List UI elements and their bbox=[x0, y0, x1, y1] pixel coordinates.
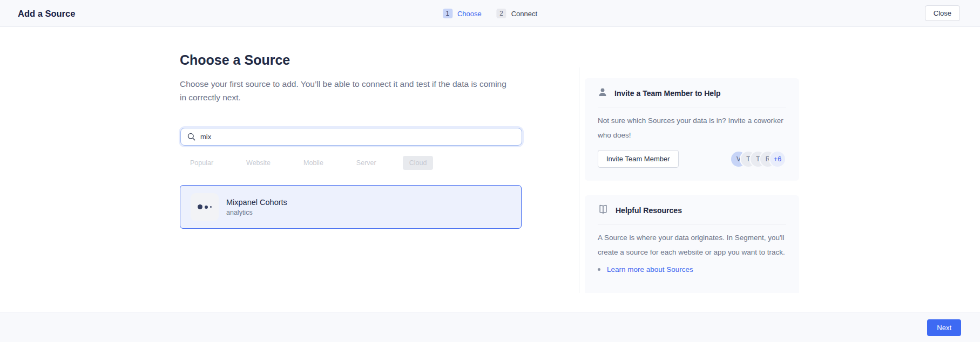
avatar-group: V T T R +6 bbox=[730, 151, 786, 168]
divider bbox=[598, 224, 786, 224]
bullet-icon bbox=[598, 268, 600, 271]
learn-more-sources-link[interactable]: Learn more about Sources bbox=[607, 265, 693, 273]
search-icon bbox=[187, 133, 195, 141]
invite-card-body: Not sure which Sources your data is in? … bbox=[598, 113, 786, 142]
page-title: Add a Source bbox=[18, 0, 75, 27]
close-button[interactable]: Close bbox=[925, 5, 960, 21]
tab-server[interactable]: Server bbox=[350, 156, 383, 170]
step-choose-badge: 1 bbox=[443, 9, 452, 18]
step-choose-label: Choose bbox=[457, 10, 482, 18]
category-tabs: Popular Website Mobile Server Cloud bbox=[184, 156, 433, 170]
stepper: 1 Choose 2 Connect bbox=[443, 0, 537, 27]
header: Add a Source 1 Choose 2 Connect Close bbox=[0, 0, 980, 27]
tab-mobile[interactable]: Mobile bbox=[297, 156, 330, 170]
avatar-overflow-count: +6 bbox=[769, 151, 786, 168]
helpful-resources-card: Helpful Resources A Source is where your… bbox=[585, 195, 799, 293]
search-box bbox=[180, 128, 522, 146]
step-choose[interactable]: 1 Choose bbox=[443, 9, 482, 18]
invite-actions: Invite Team Member V T T R +6 bbox=[585, 150, 799, 168]
footer: Next bbox=[0, 312, 980, 342]
logo-dot bbox=[198, 204, 202, 209]
resources-card-header: Helpful Resources bbox=[585, 195, 799, 216]
source-result-mixpanel-cohorts[interactable]: Mixpanel Cohorts analytics bbox=[180, 185, 522, 229]
person-icon bbox=[598, 87, 607, 99]
resources-link-row: Learn more about Sources bbox=[598, 265, 786, 273]
invite-card-header: Invite a Team Member to Help bbox=[585, 78, 799, 99]
resources-card-title: Helpful Resources bbox=[616, 206, 682, 215]
source-name: Mixpanel Cohorts bbox=[226, 198, 287, 207]
sidebar-divider bbox=[579, 67, 579, 293]
search-input[interactable] bbox=[200, 128, 522, 145]
source-text: Mixpanel Cohorts analytics bbox=[226, 198, 287, 216]
resources-card-body: A Source is where your data originates. … bbox=[598, 230, 786, 259]
invite-team-card: Invite a Team Member to Help Not sure wh… bbox=[585, 78, 799, 181]
next-button[interactable]: Next bbox=[927, 319, 961, 336]
invite-team-member-button[interactable]: Invite Team Member bbox=[598, 150, 679, 168]
step-connect-label: Connect bbox=[511, 10, 537, 18]
tab-website[interactable]: Website bbox=[240, 156, 277, 170]
tab-cloud[interactable]: Cloud bbox=[403, 156, 434, 170]
tab-popular[interactable]: Popular bbox=[184, 156, 220, 170]
step-connect[interactable]: 2 Connect bbox=[497, 9, 537, 18]
divider bbox=[598, 107, 786, 107]
invite-card-title: Invite a Team Member to Help bbox=[614, 89, 721, 98]
book-icon bbox=[598, 204, 609, 216]
mixpanel-logo-icon bbox=[191, 193, 219, 221]
logo-dot bbox=[205, 206, 208, 209]
source-category: analytics bbox=[226, 209, 287, 216]
logo-dot bbox=[210, 206, 212, 208]
main-heading: Choose a Source bbox=[180, 52, 290, 68]
step-connect-badge: 2 bbox=[497, 9, 506, 18]
main-description: Choose your first source to add. You’ll … bbox=[180, 77, 510, 104]
